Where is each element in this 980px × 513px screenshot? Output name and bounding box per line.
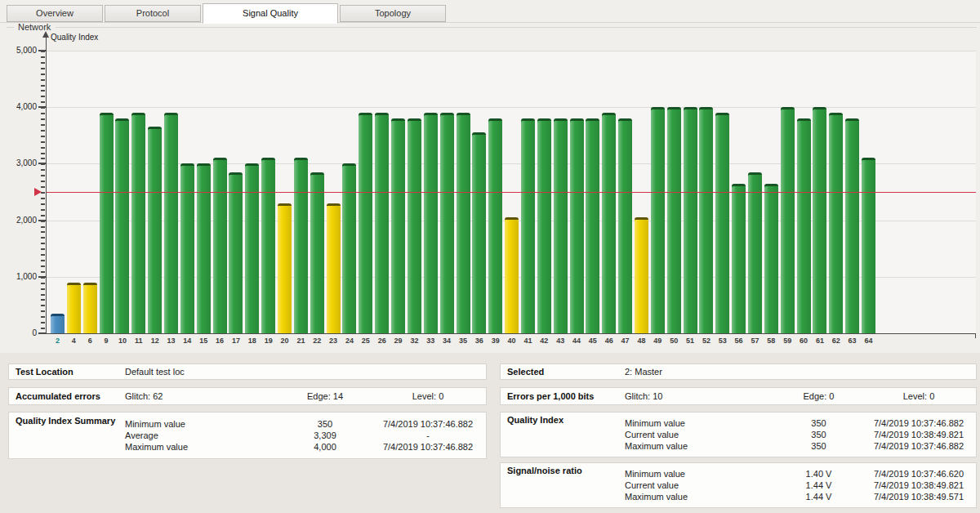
panel-row-quality-index-summary: Quality Index SummaryMinimum valueAverag… (8, 412, 487, 459)
bar-node-51[interactable] (684, 107, 697, 333)
bar-node-52[interactable] (699, 107, 713, 333)
row-column-timestamp: 7/4/2019 10:37:46.8827/4/2019 10:38:49.8… (862, 415, 976, 454)
bar-node-50[interactable] (667, 107, 681, 333)
bar-node-25[interactable] (359, 113, 372, 333)
bar-node-48[interactable] (635, 217, 648, 333)
bar-node-17[interactable] (229, 172, 243, 333)
bar-node-57[interactable] (748, 172, 762, 333)
bar-node-36[interactable] (472, 132, 486, 333)
panel-row-errors-per-1-000-bits: Errors per 1,000 bitsGlitch: 10Edge: 0Le… (500, 387, 977, 405)
bar-shine (602, 115, 616, 333)
bar-shine (83, 285, 97, 333)
bar-node-23[interactable] (327, 203, 341, 333)
bar-shine (862, 160, 875, 333)
row-metric: Minimum value (125, 419, 280, 429)
bar-node-59[interactable] (781, 107, 795, 333)
x-tick-label-4: 4 (66, 337, 82, 345)
bar-node-35[interactable] (457, 113, 470, 333)
tab-protocol[interactable]: Protocol (105, 5, 201, 22)
bar-node-20[interactable] (278, 203, 292, 333)
bar-node-64[interactable] (862, 158, 875, 333)
bar-shine (748, 175, 762, 333)
bar-node-39[interactable] (488, 118, 502, 333)
y-axis-line (46, 38, 47, 334)
bar-shine (618, 121, 632, 333)
bar-shine (764, 186, 778, 333)
bar-node-29[interactable] (391, 118, 405, 333)
x-tick-label-13: 13 (163, 337, 179, 345)
bar-node-60[interactable] (797, 118, 811, 333)
y-major-tick (38, 50, 46, 51)
row-timestamp: 7/4/2019 10:37:46.882 (370, 442, 486, 452)
row-metric: Minimum value (625, 469, 776, 479)
bar-node-58[interactable] (764, 184, 778, 333)
row-value: 1.44 V (776, 492, 862, 502)
x-tick-label-34: 34 (439, 337, 455, 345)
bar-shine (424, 115, 438, 333)
bar-node-6[interactable] (83, 283, 97, 333)
bar-node-19[interactable] (261, 158, 275, 333)
bar-node-14[interactable] (180, 163, 194, 333)
bar-node-22[interactable] (310, 172, 324, 333)
row-column-metric: Minimum valueAverageMaximum value (125, 416, 280, 455)
x-tick-label-2: 2 (50, 337, 65, 345)
bar-shine (229, 175, 243, 333)
bar-node-21[interactable] (294, 158, 308, 333)
x-tick-label-16: 16 (212, 337, 228, 345)
bar-node-4[interactable] (67, 283, 81, 333)
bar-node-53[interactable] (715, 113, 729, 333)
bar-node-16[interactable] (213, 158, 227, 333)
bar-node-56[interactable] (732, 184, 746, 333)
x-tick-label-47: 47 (617, 337, 633, 345)
bar-node-40[interactable] (505, 217, 519, 333)
bar-node-43[interactable] (554, 118, 568, 333)
bar-shine (440, 115, 454, 333)
bar-node-44[interactable] (570, 118, 584, 333)
x-tick-label-21: 21 (293, 337, 309, 345)
y-major-tick (38, 106, 46, 108)
bar-node-61[interactable] (813, 107, 826, 333)
bar-node-15[interactable] (197, 163, 211, 333)
bar-node-41[interactable] (521, 118, 535, 333)
row-value: 1.40 V (776, 469, 862, 479)
bar-node-33[interactable] (424, 113, 438, 333)
y-major-tick (38, 220, 46, 221)
bar-shine (261, 160, 275, 333)
bar-shine (797, 121, 811, 333)
x-tick-label-41: 41 (520, 337, 536, 345)
bar-node-12[interactable] (148, 127, 162, 333)
quality-index-chart: Quality Index 01,0002,0003,0004,0005,000… (47, 51, 976, 333)
tab-signal-quality[interactable]: Signal Quality (203, 3, 338, 24)
row-metric: Maximum value (625, 492, 776, 502)
y-major-tick (38, 332, 46, 334)
y-tick-label: 1,000 (1, 272, 37, 281)
bar-node-34[interactable] (440, 113, 454, 333)
bar-node-45[interactable] (586, 118, 599, 333)
bar-node-49[interactable] (651, 107, 665, 333)
bar-node-24[interactable] (342, 163, 356, 333)
bar-node-47[interactable] (618, 118, 632, 333)
x-tick-label-64: 64 (861, 337, 876, 345)
bar-node-26[interactable] (375, 113, 389, 333)
bar-shine (586, 121, 599, 333)
bar-node-18[interactable] (245, 163, 259, 333)
x-tick-label-43: 43 (553, 337, 568, 345)
tab-topology[interactable]: Topology (340, 5, 446, 22)
bar-node-9[interactable] (100, 113, 114, 333)
bar-node-32[interactable] (408, 118, 421, 333)
bar-node-13[interactable] (164, 113, 178, 333)
x-tick-label-42: 42 (537, 337, 552, 345)
panel-row-test-location: Test LocationDefault test loc (8, 364, 487, 380)
tab-overview[interactable]: Overview (7, 5, 103, 22)
bar-node-46[interactable] (602, 113, 616, 333)
bar-node-2[interactable] (51, 314, 65, 333)
x-tick-label-12: 12 (147, 337, 163, 345)
bar-node-62[interactable] (829, 113, 843, 333)
bar-node-11[interactable] (131, 113, 145, 333)
bar-node-10[interactable] (115, 118, 129, 333)
bar-node-63[interactable] (845, 118, 859, 333)
row-label: Errors per 1,000 bits (501, 391, 625, 401)
network-group-border (7, 27, 14, 28)
bar-node-42[interactable] (537, 118, 551, 333)
y-tick-label: 3,000 (1, 158, 37, 167)
